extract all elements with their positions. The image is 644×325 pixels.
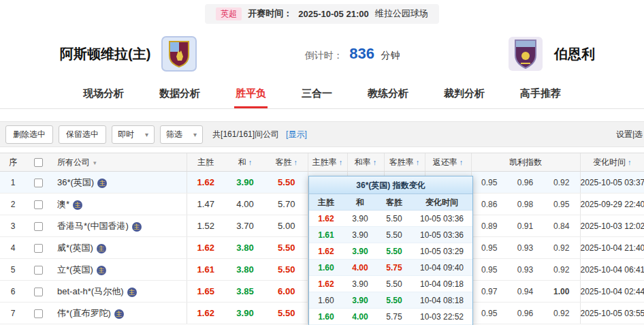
popup-change-time: 10-05 03:36 [411,227,472,243]
company-cell: 立*(英国)主 [50,259,187,281]
change-time: 2025-10-05 03:55 [580,303,644,324]
select-all-checkbox[interactable] [34,158,43,167]
header-draw-odds[interactable]: 和↑ [225,153,265,172]
row-number: 1 [0,172,26,194]
home-team: 阿斯顿维拉(主) [60,36,197,72]
popup-odds-home: 1.60 [309,292,343,308]
popup-odds-away: 5.50 [377,227,411,243]
popup-history-row: 1.623.905.5010-05 03:36 [309,211,472,227]
tab-coach-analysis[interactable]: 教练分析 [366,80,410,108]
away-team: 伯恩利 [508,36,595,72]
popup-odds-home: 1.60 [309,260,343,275]
tab-live-analysis[interactable]: 现场分析 [82,80,125,108]
header-home-rate[interactable]: 主胜率↑ [308,153,347,172]
show-link[interactable]: [显示] [286,129,307,140]
tab-referee-analysis[interactable]: 裁判分析 [442,80,486,108]
primary-company-badge-icon: 主 [114,309,124,319]
kelly-draw: 0.91 [507,215,543,237]
kelly-draw: 0.96 [507,303,543,324]
instant-dropdown[interactable]: 即时 ▾ [112,125,155,144]
match-info-bar: 英超 开赛时间： 2025-10-05 21:00 维拉公园球场 [0,0,644,27]
tab-win-draw-loss[interactable]: 胜平负 [234,80,268,108]
row-checkbox-cell [26,281,50,303]
popup-change-time: 10-04 09:40 [411,260,472,275]
popup-change-time: 10-05 03:36 [411,211,472,226]
popup-header-away: 客胜 [377,194,411,210]
primary-company-badge-icon: 主 [132,222,142,232]
popup-odds-home: 1.62 [309,276,343,292]
league-badge[interactable]: 英超 [216,7,242,20]
header-away-rate[interactable]: 客胜率↑ [384,153,425,172]
venue: 维拉公园球场 [375,7,428,20]
odds-home: 1.62 [187,303,225,324]
row-checkbox-cell [26,259,50,281]
company-cell: 香港马*(中国香港)主 [50,215,187,237]
tab-three-in-one[interactable]: 三合一 [300,80,334,108]
home-team-crest-icon [161,36,197,72]
filter-dropdown[interactable]: 筛选 ▾ [160,125,203,144]
popup-change-time: 10-03 22:52 [411,309,472,324]
header-company[interactable]: 所有公司▾ [50,153,187,172]
tab-data-analysis[interactable]: 数据分析 [158,80,202,108]
row-checkbox[interactable] [34,266,43,275]
header-draw-rate[interactable]: 和率↑ [347,153,384,172]
company-name[interactable]: 伟*(直布罗陀) [57,308,111,318]
odds-away: 5.70 [265,194,308,215]
away-team-name: 伯恩利 [554,45,595,63]
countdown: 倒计时： 836 分钟 [197,45,508,63]
row-checkbox[interactable] [34,200,43,209]
popup-odds-away: 5.50 [377,276,411,292]
kelly-draw: 0.98 [507,194,543,215]
keep-selected-button[interactable]: 保留选中 [59,125,106,144]
popup-odds-away: 5.75 [377,260,411,275]
row-checkbox[interactable] [34,179,43,187]
countdown-unit: 分钟 [381,50,400,61]
sort-asc-icon: ↑ [416,158,420,166]
row-checkbox[interactable] [34,309,43,318]
kelly-away: 0.92 [543,303,580,324]
company-cell: 36*(英国)主 [50,172,187,194]
row-number: 6 [0,281,26,303]
away-team-crest-icon [508,36,543,72]
kelly-away: 0.92 [543,172,580,194]
header-change-time[interactable]: 变化时间↑ [580,153,644,172]
change-time: 2025-09-29 22:40 [580,194,644,215]
kelly-home: 0.95 [471,172,507,194]
tab-expert-picks[interactable]: 高手推荐 [519,80,562,108]
row-number: 4 [0,237,26,259]
company-name[interactable]: 威*(英国) [57,243,93,253]
primary-company-badge-icon: 主 [97,179,107,188]
popup-header-draw: 和 [343,194,377,210]
settings-link[interactable]: 设置|选 [616,129,643,140]
header-no: 序 [0,153,26,172]
popup-header-row: 主胜 和 客胜 变化时间 [309,194,472,211]
row-checkbox-cell [26,215,50,237]
header-home-odds[interactable]: 主胜 [187,153,225,172]
company-name[interactable]: 36*(英国) [57,177,94,187]
kelly-away: 0.84 [543,215,580,237]
header-away-odds[interactable]: 客胜↑ [265,153,308,172]
company-name[interactable]: bet-at-h*(马尔他) [57,286,124,296]
company-name[interactable]: 香港马*(中国香港) [57,221,129,231]
kelly-draw: 0.96 [507,172,543,194]
row-checkbox[interactable] [34,244,43,253]
odds-draw: 4.00 [225,194,265,215]
company-name[interactable]: 澳* [57,199,69,209]
kelly-draw: 0.94 [507,281,543,303]
odds-away: 5.50 [265,237,308,259]
row-checkbox-cell [26,172,50,194]
row-checkbox[interactable] [34,288,43,296]
popup-change-time: 10-04 09:18 [411,276,472,292]
delete-selected-button[interactable]: 删除选中 [5,125,53,144]
primary-company-badge-icon: 主 [127,288,137,297]
popup-odds-away: 5.50 [377,211,411,226]
row-number: 7 [0,303,26,324]
odds-home: 1.52 [187,215,225,237]
company-name[interactable]: 立*(英国) [57,264,93,275]
row-checkbox[interactable] [34,222,43,231]
table-header-row: 序 所有公司▾ 主胜 和↑ 客胜↑ 主胜率↑ 和率↑ 客胜率↑ 返还率↑ 凯利指… [0,153,644,172]
header-return-rate[interactable]: 返还率↑ [425,153,471,172]
kelly-draw: 0.93 [507,259,543,281]
tab-bar: 现场分析数据分析胜平负三合一教练分析裁判分析高手推荐 [0,80,644,109]
kelly-home: 0.95 [471,237,507,259]
